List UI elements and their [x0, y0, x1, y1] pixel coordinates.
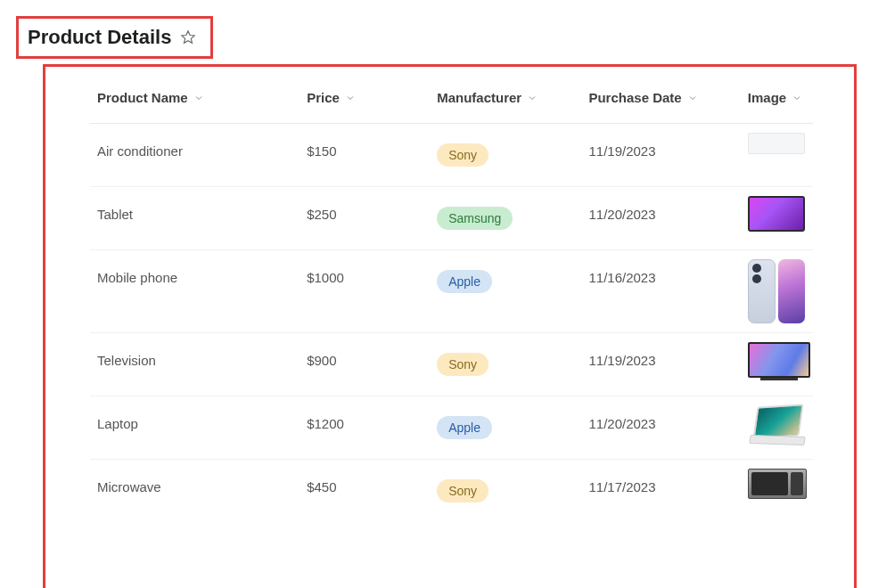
- column-header-image[interactable]: Image: [748, 90, 806, 105]
- cell-image: [741, 396, 813, 460]
- chevron-down-icon: [792, 93, 802, 103]
- cell-date: 11/16/2023: [581, 250, 740, 333]
- product-image-phone: [748, 259, 805, 323]
- cell-name: Air conditioner: [90, 124, 300, 187]
- cell-date: 11/19/2023: [581, 333, 740, 396]
- column-header-price[interactable]: Price: [307, 90, 423, 105]
- cell-price: $150: [300, 124, 430, 187]
- cell-price: $1000: [300, 250, 430, 333]
- cell-name: Laptop: [90, 396, 300, 460]
- cell-price: $1200: [300, 396, 430, 460]
- column-header-label: Purchase Date: [588, 90, 681, 105]
- manufacturer-pill: Apple: [437, 270, 492, 293]
- cell-image: [741, 187, 813, 250]
- cell-manufacturer: Sony: [430, 460, 581, 523]
- table-row[interactable]: Tablet$250Samsung11/20/2023: [90, 187, 813, 250]
- cell-name: Tablet: [90, 187, 300, 250]
- chevron-down-icon: [193, 93, 204, 103]
- column-header-name[interactable]: Product Name: [97, 90, 292, 105]
- cell-manufacturer: Apple: [430, 250, 581, 333]
- cell-price: $900: [300, 333, 430, 396]
- product-table-container: Product Name Price Manufacturer: [43, 64, 857, 588]
- cell-manufacturer: Sony: [430, 333, 581, 396]
- cell-name: Microwave: [90, 460, 300, 523]
- favorite-star-icon[interactable]: [180, 29, 196, 45]
- cell-name: Mobile phone: [90, 250, 300, 333]
- product-table: Product Name Price Manufacturer: [90, 67, 813, 522]
- column-header-label: Price: [307, 90, 340, 105]
- column-header-label: Product Name: [97, 90, 188, 105]
- manufacturer-pill: Sony: [437, 143, 488, 167]
- cell-manufacturer: Samsung: [430, 187, 581, 250]
- column-header-label: Manufacturer: [437, 90, 521, 105]
- product-image-ac: [748, 133, 805, 154]
- column-header-date[interactable]: Purchase Date: [588, 90, 733, 105]
- cell-date: 11/20/2023: [581, 187, 740, 250]
- product-image-tablet: [748, 196, 805, 232]
- manufacturer-pill: Sony: [437, 353, 488, 376]
- page-header: Product Details: [16, 16, 213, 59]
- chevron-down-icon: [687, 93, 698, 103]
- cell-manufacturer: Apple: [430, 396, 581, 460]
- product-image-tv: [748, 342, 810, 381]
- cell-date: 11/17/2023: [581, 460, 740, 523]
- manufacturer-pill: Apple: [437, 416, 492, 439]
- manufacturer-pill: Sony: [437, 479, 488, 502]
- table-row[interactable]: Mobile phone$1000Apple11/16/2023: [90, 250, 813, 333]
- cell-image: [741, 333, 813, 396]
- table-row[interactable]: Air conditioner$150Sony11/19/2023: [90, 124, 813, 187]
- page-title: Product Details: [28, 26, 171, 49]
- chevron-down-icon: [345, 93, 356, 103]
- cell-manufacturer: Sony: [430, 124, 581, 187]
- table-row[interactable]: Microwave$450Sony11/17/2023: [90, 460, 813, 523]
- product-image-laptop: [748, 405, 808, 448]
- table-header-row: Product Name Price Manufacturer: [90, 67, 813, 124]
- table-row[interactable]: Laptop$1200Apple11/20/2023: [90, 396, 813, 460]
- product-image-microwave: [748, 469, 807, 499]
- cell-date: 11/19/2023: [581, 124, 740, 187]
- column-header-manufacturer[interactable]: Manufacturer: [437, 90, 574, 105]
- cell-price: $450: [300, 460, 430, 523]
- manufacturer-pill: Samsung: [437, 207, 513, 230]
- cell-image: [741, 460, 813, 523]
- column-header-label: Image: [748, 90, 786, 105]
- cell-price: $250: [300, 187, 430, 250]
- table-row[interactable]: Television$900Sony11/19/2023: [90, 333, 813, 396]
- cell-image: [741, 124, 813, 187]
- cell-date: 11/20/2023: [581, 396, 740, 460]
- chevron-down-icon: [527, 93, 538, 103]
- cell-name: Television: [90, 333, 300, 396]
- cell-image: [741, 250, 813, 333]
